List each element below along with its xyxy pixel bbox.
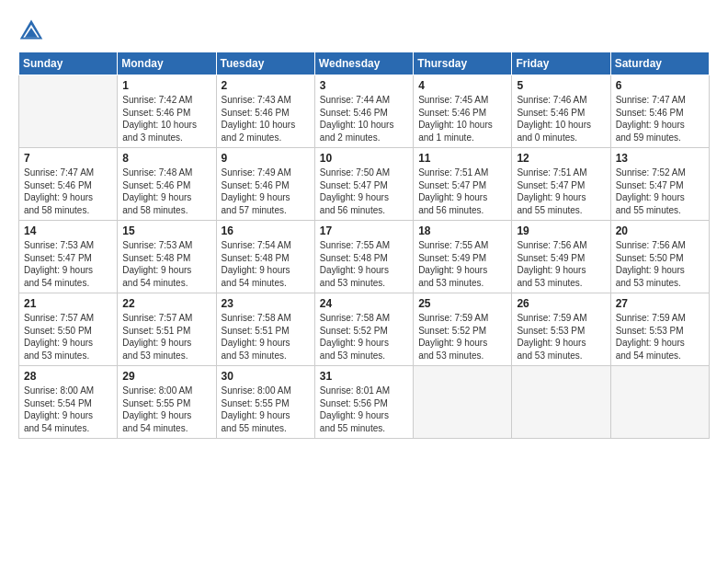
- day-number: 26: [517, 297, 605, 310]
- logo-icon: [18, 17, 44, 42]
- calendar-cell: 25Sunrise: 7:59 AM Sunset: 5:52 PM Dayli…: [414, 293, 512, 366]
- day-number: 14: [24, 224, 112, 237]
- calendar-cell: 31Sunrise: 8:01 AM Sunset: 5:56 PM Dayli…: [314, 366, 413, 439]
- calendar-cell: 7Sunrise: 7:47 AM Sunset: 5:46 PM Daylig…: [19, 148, 118, 221]
- calendar-cell: [414, 366, 512, 439]
- calendar-cell: 16Sunrise: 7:54 AM Sunset: 5:48 PM Dayli…: [216, 221, 314, 293]
- calendar-cell: 27Sunrise: 7:59 AM Sunset: 5:53 PM Dayli…: [610, 293, 709, 366]
- calendar-cell: 24Sunrise: 7:58 AM Sunset: 5:52 PM Dayli…: [314, 293, 413, 366]
- day-info: Sunrise: 8:00 AM Sunset: 5:55 PM Dayligh…: [222, 385, 310, 434]
- calendar-cell: [512, 366, 610, 439]
- day-info: Sunrise: 7:57 AM Sunset: 5:50 PM Dayligh…: [24, 312, 112, 362]
- weekday-header-friday: Friday: [512, 52, 610, 75]
- day-number: 4: [418, 79, 506, 92]
- day-number: 13: [616, 152, 704, 165]
- day-info: Sunrise: 7:55 AM Sunset: 5:48 PM Dayligh…: [320, 239, 408, 289]
- calendar-cell: 10Sunrise: 7:50 AM Sunset: 5:47 PM Dayli…: [314, 148, 413, 221]
- day-number: 10: [320, 152, 408, 165]
- day-number: 31: [320, 370, 408, 383]
- day-info: Sunrise: 7:53 AM Sunset: 5:48 PM Dayligh…: [122, 239, 210, 289]
- weekday-header-tuesday: Tuesday: [216, 52, 314, 75]
- day-number: 19: [517, 224, 605, 237]
- day-info: Sunrise: 7:53 AM Sunset: 5:47 PM Dayligh…: [24, 239, 112, 289]
- day-info: Sunrise: 7:46 AM Sunset: 5:46 PM Dayligh…: [517, 94, 605, 144]
- calendar-cell: 3Sunrise: 7:44 AM Sunset: 5:46 PM Daylig…: [314, 75, 413, 148]
- day-info: Sunrise: 7:55 AM Sunset: 5:49 PM Dayligh…: [418, 239, 506, 289]
- calendar-cell: 13Sunrise: 7:52 AM Sunset: 5:47 PM Dayli…: [610, 148, 709, 221]
- day-number: 11: [418, 152, 506, 165]
- day-number: 15: [122, 224, 210, 237]
- day-number: 24: [320, 297, 408, 310]
- weekday-header-row: SundayMondayTuesdayWednesdayThursdayFrid…: [19, 52, 710, 75]
- day-info: Sunrise: 7:58 AM Sunset: 5:52 PM Dayligh…: [320, 312, 408, 362]
- day-number: 9: [222, 152, 310, 165]
- day-number: 2: [222, 79, 310, 92]
- calendar-cell: 15Sunrise: 7:53 AM Sunset: 5:48 PM Dayli…: [118, 221, 216, 293]
- day-number: 22: [122, 297, 210, 310]
- calendar-cell: [610, 366, 709, 439]
- calendar-cell: 26Sunrise: 7:59 AM Sunset: 5:53 PM Dayli…: [512, 293, 610, 366]
- day-info: Sunrise: 7:48 AM Sunset: 5:46 PM Dayligh…: [122, 167, 210, 216]
- weekday-header-monday: Monday: [118, 52, 216, 75]
- day-number: 29: [122, 370, 210, 383]
- calendar-cell: 1Sunrise: 7:42 AM Sunset: 5:46 PM Daylig…: [118, 75, 216, 148]
- calendar-cell: 5Sunrise: 7:46 AM Sunset: 5:46 PM Daylig…: [512, 75, 610, 148]
- calendar-cell: 30Sunrise: 8:00 AM Sunset: 5:55 PM Dayli…: [216, 366, 314, 439]
- calendar-week-row: 14Sunrise: 7:53 AM Sunset: 5:47 PM Dayli…: [19, 221, 710, 293]
- day-info: Sunrise: 7:59 AM Sunset: 5:52 PM Dayligh…: [418, 312, 506, 362]
- calendar-week-row: 1Sunrise: 7:42 AM Sunset: 5:46 PM Daylig…: [19, 75, 710, 148]
- day-info: Sunrise: 7:57 AM Sunset: 5:51 PM Dayligh…: [122, 312, 210, 362]
- calendar-cell: 2Sunrise: 7:43 AM Sunset: 5:46 PM Daylig…: [216, 75, 314, 148]
- day-info: Sunrise: 7:56 AM Sunset: 5:50 PM Dayligh…: [616, 239, 704, 289]
- day-number: 8: [122, 152, 210, 165]
- day-number: 6: [616, 79, 704, 92]
- day-number: 12: [517, 152, 605, 165]
- day-number: 18: [418, 224, 506, 237]
- day-number: 7: [24, 152, 112, 165]
- weekday-header-saturday: Saturday: [610, 52, 709, 75]
- day-info: Sunrise: 7:56 AM Sunset: 5:49 PM Dayligh…: [517, 239, 605, 289]
- header: [18, 17, 710, 42]
- day-number: 30: [222, 370, 310, 383]
- calendar-cell: 6Sunrise: 7:47 AM Sunset: 5:46 PM Daylig…: [610, 75, 709, 148]
- day-info: Sunrise: 7:47 AM Sunset: 5:46 PM Dayligh…: [24, 167, 112, 216]
- day-number: 1: [122, 79, 210, 92]
- calendar-cell: 11Sunrise: 7:51 AM Sunset: 5:47 PM Dayli…: [414, 148, 512, 221]
- day-number: 21: [24, 297, 112, 310]
- weekday-header-wednesday: Wednesday: [314, 52, 413, 75]
- calendar-cell: 12Sunrise: 7:51 AM Sunset: 5:47 PM Dayli…: [512, 148, 610, 221]
- day-info: Sunrise: 7:59 AM Sunset: 5:53 PM Dayligh…: [616, 312, 704, 362]
- day-info: Sunrise: 7:44 AM Sunset: 5:46 PM Dayligh…: [320, 94, 408, 144]
- day-info: Sunrise: 7:51 AM Sunset: 5:47 PM Dayligh…: [517, 167, 605, 216]
- day-info: Sunrise: 8:01 AM Sunset: 5:56 PM Dayligh…: [320, 385, 408, 434]
- day-number: 27: [616, 297, 704, 310]
- calendar-cell: 21Sunrise: 7:57 AM Sunset: 5:50 PM Dayli…: [19, 293, 118, 366]
- calendar-cell: 14Sunrise: 7:53 AM Sunset: 5:47 PM Dayli…: [19, 221, 118, 293]
- day-number: 25: [418, 297, 506, 310]
- calendar-cell: 18Sunrise: 7:55 AM Sunset: 5:49 PM Dayli…: [414, 221, 512, 293]
- calendar-cell: 17Sunrise: 7:55 AM Sunset: 5:48 PM Dayli…: [314, 221, 413, 293]
- calendar-week-row: 21Sunrise: 7:57 AM Sunset: 5:50 PM Dayli…: [19, 293, 710, 366]
- calendar-cell: 22Sunrise: 7:57 AM Sunset: 5:51 PM Dayli…: [118, 293, 216, 366]
- day-info: Sunrise: 7:50 AM Sunset: 5:47 PM Dayligh…: [320, 167, 408, 216]
- calendar-cell: [19, 75, 118, 148]
- day-number: 20: [616, 224, 704, 237]
- calendar-cell: 8Sunrise: 7:48 AM Sunset: 5:46 PM Daylig…: [118, 148, 216, 221]
- day-info: Sunrise: 7:58 AM Sunset: 5:51 PM Dayligh…: [222, 312, 310, 362]
- day-number: 3: [320, 79, 408, 92]
- day-number: 16: [222, 224, 310, 237]
- calendar-cell: 20Sunrise: 7:56 AM Sunset: 5:50 PM Dayli…: [610, 221, 709, 293]
- day-info: Sunrise: 7:54 AM Sunset: 5:48 PM Dayligh…: [222, 239, 310, 289]
- day-info: Sunrise: 7:52 AM Sunset: 5:47 PM Dayligh…: [616, 167, 704, 216]
- calendar-table: SundayMondayTuesdayWednesdayThursdayFrid…: [18, 52, 710, 439]
- day-info: Sunrise: 7:42 AM Sunset: 5:46 PM Dayligh…: [122, 94, 210, 144]
- day-info: Sunrise: 7:47 AM Sunset: 5:46 PM Dayligh…: [616, 94, 704, 144]
- calendar-cell: 28Sunrise: 8:00 AM Sunset: 5:54 PM Dayli…: [19, 366, 118, 439]
- day-info: Sunrise: 8:00 AM Sunset: 5:54 PM Dayligh…: [24, 385, 112, 434]
- calendar-cell: 9Sunrise: 7:49 AM Sunset: 5:46 PM Daylig…: [216, 148, 314, 221]
- calendar-cell: 23Sunrise: 7:58 AM Sunset: 5:51 PM Dayli…: [216, 293, 314, 366]
- calendar-cell: 19Sunrise: 7:56 AM Sunset: 5:49 PM Dayli…: [512, 221, 610, 293]
- day-number: 28: [24, 370, 112, 383]
- weekday-header-thursday: Thursday: [414, 52, 512, 75]
- page: SundayMondayTuesdayWednesdayThursdayFrid…: [0, 0, 728, 563]
